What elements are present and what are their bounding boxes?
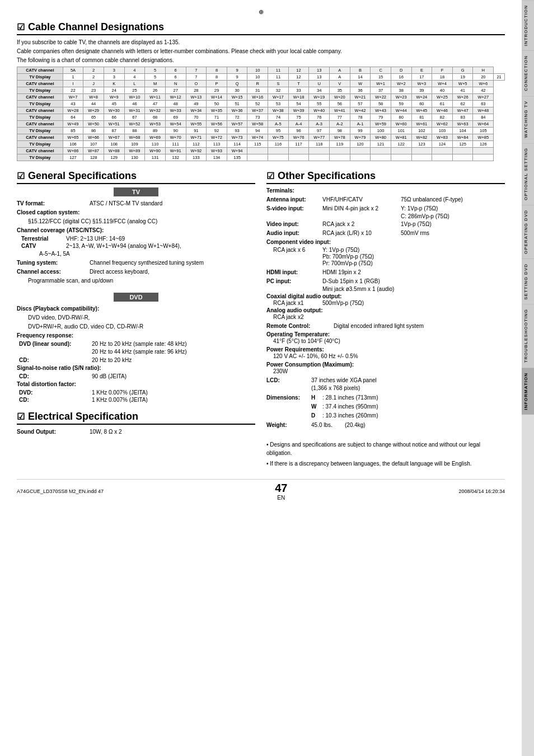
channel-cell: W+22	[371, 94, 391, 101]
spec-label-tvformat: TV format:	[17, 200, 90, 208]
channel-cell: 55	[309, 101, 330, 107]
channel-cell: 5A	[63, 67, 83, 74]
channel-cell: 112	[186, 141, 207, 148]
dim-values: H : 28.1 inches (713mm) W : 37.4 inches …	[311, 393, 378, 420]
channel-cell: 61	[432, 101, 453, 107]
channel-cell: W+5	[452, 81, 473, 87]
channel-cell: 65	[83, 114, 104, 121]
sidebar-tab-introduction[interactable]: INTRODUCTION	[522, 0, 534, 50]
analog-val: RCA jack x2	[273, 314, 303, 320]
svideo-val: Mini DIN 4-pin jack x 2	[322, 205, 401, 213]
channel-cell: W+81	[391, 134, 411, 141]
channel-cell: W+91	[165, 148, 186, 154]
channel-cell: D	[391, 67, 411, 74]
channel-cell: W+34	[186, 107, 207, 114]
sidebar-tab-information[interactable]: INFORMATION	[522, 368, 534, 415]
antenna-row: Antenna input: VHF/UHF/CATV 75Ω unbalanc…	[266, 196, 505, 204]
channel-cell: 41	[452, 87, 473, 94]
specs-columns: ☑ General Specifications TV TV format: A…	[17, 170, 505, 468]
channel-cell: 130	[124, 154, 145, 161]
channel-cell: 47	[145, 101, 166, 107]
channel-cell: W+80	[371, 134, 391, 141]
channel-cell: F	[432, 67, 453, 74]
channel-cell: 37	[371, 87, 391, 94]
channel-cell: W+19	[309, 94, 330, 101]
spec-row-coverage: Channel coverage (ATSC/NTSC):	[17, 227, 255, 234]
channel-cell: W+56	[207, 121, 227, 128]
channel-cell: H	[473, 67, 494, 74]
channel-cell: 44	[83, 101, 104, 107]
comp-val: RCA jack x 6	[273, 247, 322, 253]
channel-cell: 73	[247, 114, 268, 121]
channel-cell: W+11	[145, 94, 166, 101]
remote-row: Remote Control: Digital encoded infrared…	[266, 322, 505, 330]
check-icon: ☑	[17, 22, 25, 32]
spec-value-sound: 10W, 8 Ω x 2	[90, 428, 255, 436]
channel-table: CATV channel5A2345678910111213ABCDEFGHTV…	[17, 67, 505, 161]
channel-cell: W+33	[165, 107, 186, 114]
channel-cell: W+67	[104, 134, 124, 141]
channel-cell: 34	[309, 87, 330, 94]
sidebar-tab-operating[interactable]: OPERATING DVD	[522, 205, 534, 259]
main-content: ⊕ ☑ Cable Channel Designations If you su…	[0, 0, 522, 756]
sidebar-tab-troubleshooting[interactable]: TROUBLESHOOTING	[522, 304, 534, 367]
channel-cell: 4	[124, 74, 145, 81]
powercons-label-row: Power Consumption (Maximum):	[266, 361, 505, 368]
channel-cell: 79	[371, 114, 391, 121]
channel-cell: W+35	[207, 107, 227, 114]
channel-cell: 97	[309, 128, 330, 134]
channel-cell: 74	[268, 114, 289, 121]
right-sidebar: INTRODUCTION CONNECTION WATCHING TV OPTI…	[522, 0, 534, 756]
channel-cell: 87	[104, 128, 124, 134]
optemp-val: 41°F (5°C) to 104°F (40°C)	[273, 338, 340, 344]
channel-cell: 32	[268, 87, 289, 94]
remote-label: Remote Control:	[266, 322, 334, 330]
channel-cell: W+6	[473, 81, 494, 87]
top-bar: ⊕	[17, 6, 505, 18]
powercons-label: Power Consumption (Maximum):	[266, 361, 354, 368]
channel-cell: 76	[309, 114, 330, 121]
sidebar-tab-optional[interactable]: OPTIONAL SETTING	[522, 143, 534, 205]
channel-cell: W+21	[350, 94, 371, 101]
sidebar-tab-watching[interactable]: WATCHING TV	[522, 96, 534, 142]
channel-cell: 5	[145, 74, 166, 81]
remote-val: Digital encoded infrared light system	[334, 322, 424, 330]
note2: • If there is a discrepancy between lang…	[266, 459, 505, 468]
channel-cell: W+39	[288, 107, 309, 114]
channel-cell: 57	[350, 101, 371, 107]
cable-section-title: ☑ Cable Channel Designations	[17, 21, 505, 35]
channel-cell: A-2	[330, 121, 350, 128]
electrical-title: ☑ Electrical Specification	[17, 411, 255, 425]
spec-row-distortion: Total distortion factor:	[17, 381, 255, 388]
channel-cell: 48	[165, 101, 186, 107]
sidebar-tab-setting[interactable]: SETTING DVD	[522, 259, 534, 304]
lcd-val2: (1,366 x 768 pixels)	[311, 385, 360, 391]
check-icon-other: ☑	[266, 171, 274, 181]
channel-cell: 51	[227, 101, 247, 107]
weight-label: Weight:	[266, 421, 311, 429]
channel-cell: 135	[227, 154, 247, 161]
channel-cell: 119	[330, 141, 350, 148]
sidebar-tab-connection[interactable]: CONNECTION	[522, 50, 534, 96]
channel-cell: 4	[124, 67, 145, 74]
channel-cell: 28	[186, 87, 207, 94]
channel-cell: W+72	[207, 134, 227, 141]
channel-cell: W+54	[165, 121, 186, 128]
channel-cell: 101	[391, 128, 411, 134]
channel-cell: W+64	[473, 121, 494, 128]
channel-cell: W+26	[452, 94, 473, 101]
channel-cell: W+40	[309, 107, 330, 114]
channel-cell: 95	[268, 128, 289, 134]
channel-cell: W+41	[330, 107, 350, 114]
channel-row-label: TV Display	[17, 114, 63, 121]
spec-indent-discs1: DVD video, DVD-RW/-R,	[17, 314, 255, 322]
channel-cell	[350, 148, 371, 154]
channel-cell: 35	[330, 87, 350, 94]
channel-cell: W+66	[83, 134, 104, 141]
weight-row: Weight: 45.0 lbs. (20.4kg)	[266, 421, 505, 429]
other-specs-title-text: Other Specifications	[278, 170, 376, 182]
channel-cell: 58	[371, 101, 391, 107]
channel-cell: 120	[350, 141, 371, 148]
dim-w-row: W : 37.4 inches (950mm)	[311, 402, 378, 411]
channel-cell: 2	[83, 74, 104, 81]
